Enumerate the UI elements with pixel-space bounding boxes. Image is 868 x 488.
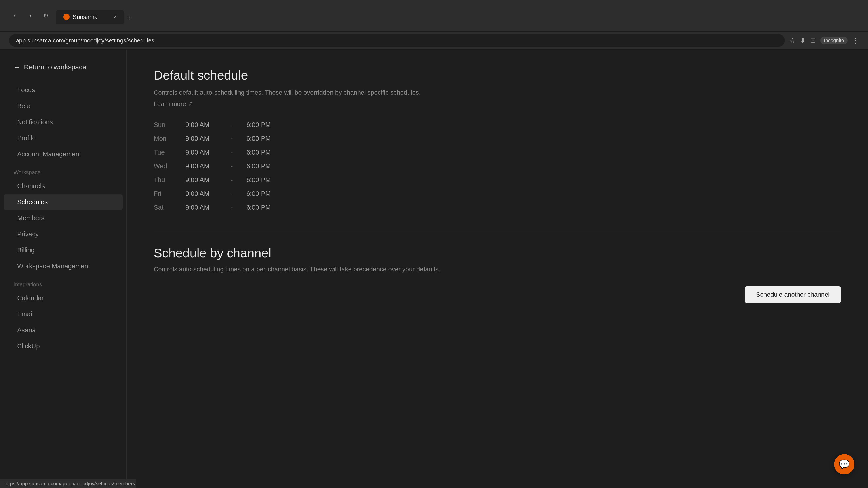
workspace-section-label: Workspace	[0, 162, 126, 178]
sidebar-item-billing[interactable]: Billing	[4, 242, 123, 258]
time-start-fri: 9:00 AM	[185, 190, 217, 197]
section-divider	[154, 232, 841, 232]
sidebar-item-channels[interactable]: Channels	[4, 178, 123, 194]
time-end-sun: 6:00 PM	[246, 121, 278, 129]
learn-more-label: Learn more	[154, 100, 186, 107]
schedule-row-wed: Wed 9:00 AM - 6:00 PM	[154, 160, 841, 172]
dash-tue: -	[230, 149, 233, 156]
time-end-wed: 6:00 PM	[246, 162, 278, 170]
schedule-row-sun: Sun 9:00 AM - 6:00 PM	[154, 119, 841, 131]
sidebar-item-privacy[interactable]: Privacy	[4, 226, 123, 242]
schedule-by-channel-section: Schedule by channel Controls auto-schedu…	[154, 246, 841, 303]
address-bar[interactable]: app.sunsama.com/group/moodjoy/settings/s…	[9, 34, 785, 47]
calendar-label: Calendar	[17, 294, 44, 302]
members-label: Members	[17, 215, 44, 222]
time-end-fri: 6:00 PM	[246, 190, 278, 197]
browser-menu-icon[interactable]: ⋮	[852, 37, 859, 44]
day-wed: Wed	[154, 162, 172, 170]
return-to-workspace[interactable]: ← Return to workspace	[0, 59, 126, 75]
day-fri: Fri	[154, 190, 172, 197]
time-end-sat: 6:00 PM	[246, 204, 278, 211]
time-end-mon: 6:00 PM	[246, 135, 278, 142]
schedule-another-channel-button[interactable]: Schedule another channel	[745, 287, 841, 303]
sidebar-item-workspace-management[interactable]: Workspace Management	[4, 258, 123, 274]
return-label: Return to workspace	[24, 63, 86, 71]
sidebar-item-beta[interactable]: Beta	[4, 98, 123, 114]
tab-close-button[interactable]: ×	[114, 14, 117, 20]
workspace-management-label: Workspace Management	[17, 263, 90, 270]
url-text: app.sunsama.com/group/moodjoy/settings/s…	[16, 37, 154, 44]
time-end-tue: 6:00 PM	[246, 149, 278, 156]
chat-icon: 💬	[839, 459, 850, 470]
schedule-row-tue: Tue 9:00 AM - 6:00 PM	[154, 147, 841, 158]
sidebar-item-profile[interactable]: Profile	[4, 130, 123, 146]
default-schedule-desc: Controls default auto-scheduling times. …	[154, 88, 841, 97]
dash-mon: -	[230, 135, 233, 142]
forward-button[interactable]: ›	[24, 10, 36, 22]
sidebar-item-email[interactable]: Email	[4, 306, 123, 322]
channel-action-row: Schedule another channel	[154, 287, 841, 303]
sidebar: ← Return to workspace Focus Beta Notific…	[0, 50, 127, 488]
sidebar-item-calendar[interactable]: Calendar	[4, 290, 123, 306]
schedule-row-thu: Thu 9:00 AM - 6:00 PM	[154, 174, 841, 186]
day-mon: Mon	[154, 135, 172, 142]
new-tab-button[interactable]: +	[124, 12, 135, 24]
main-content: Default schedule Controls default auto-s…	[127, 50, 868, 488]
account-management-label: Account Management	[17, 151, 81, 158]
sidebar-item-notifications[interactable]: Notifications	[4, 114, 123, 130]
day-thu: Thu	[154, 176, 172, 184]
extensions-icon[interactable]: ⊡	[810, 37, 816, 44]
tab-favicon	[63, 14, 70, 20]
schedules-label: Schedules	[17, 198, 48, 205]
sidebar-item-clickup[interactable]: ClickUp	[4, 338, 123, 354]
sidebar-item-schedules[interactable]: Schedules	[4, 194, 123, 210]
notifications-label: Notifications	[17, 119, 53, 126]
channels-label: Channels	[17, 182, 45, 190]
dash-wed: -	[230, 162, 233, 170]
browser-action-icons: ☆ ⬇ ⊡ Incognito ⋮	[789, 37, 859, 44]
refresh-button[interactable]: ↻	[40, 10, 52, 22]
sidebar-item-members[interactable]: Members	[4, 210, 123, 226]
active-tab[interactable]: Sunsama ×	[56, 10, 124, 24]
sidebar-item-account-management[interactable]: Account Management	[4, 147, 123, 162]
schedule-by-channel-desc: Controls auto-scheduling times on a per-…	[154, 266, 841, 273]
time-start-wed: 9:00 AM	[185, 162, 217, 170]
status-bar: https://app.sunsama.com/group/moodjoy/se…	[0, 480, 135, 488]
tab-bar: Sunsama × +	[56, 8, 135, 24]
time-start-sat: 9:00 AM	[185, 204, 217, 211]
schedule-by-channel-title: Schedule by channel	[154, 246, 841, 260]
sidebar-item-asana[interactable]: Asana	[4, 322, 123, 338]
schedule-table: Sun 9:00 AM - 6:00 PM Mon 9:00 AM - 6:00…	[154, 119, 841, 214]
time-start-sun: 9:00 AM	[185, 121, 217, 129]
day-tue: Tue	[154, 149, 172, 156]
app-container: ← Return to workspace Focus Beta Notific…	[0, 50, 868, 488]
beta-label: Beta	[17, 102, 31, 109]
default-schedule-title: Default schedule	[154, 68, 841, 83]
browser-chrome: ‹ › ↻ Sunsama × +	[0, 0, 868, 32]
address-bar-row: app.sunsama.com/group/moodjoy/settings/s…	[0, 32, 868, 50]
focus-label: Focus	[17, 86, 35, 94]
status-bar-url: https://app.sunsama.com/group/moodjoy/se…	[4, 481, 135, 486]
profile-label: Profile	[17, 134, 36, 142]
day-sun: Sun	[154, 121, 172, 129]
dash-fri: -	[230, 190, 233, 197]
chat-fab-button[interactable]: 💬	[834, 454, 855, 475]
schedule-row-fri: Fri 9:00 AM - 6:00 PM	[154, 188, 841, 200]
dash-thu: -	[230, 176, 233, 184]
download-icon[interactable]: ⬇	[800, 37, 806, 44]
back-button[interactable]: ‹	[9, 10, 21, 22]
external-link-icon: ↗	[188, 100, 193, 107]
billing-label: Billing	[17, 247, 35, 254]
dash-sun: -	[230, 121, 233, 129]
learn-more-link[interactable]: Learn more ↗	[154, 100, 841, 107]
dash-sat: -	[230, 204, 233, 211]
time-end-thu: 6:00 PM	[246, 176, 278, 184]
sidebar-item-focus[interactable]: Focus	[4, 82, 123, 98]
day-sat: Sat	[154, 204, 172, 211]
asana-label: Asana	[17, 326, 36, 334]
back-arrow-icon: ←	[13, 63, 20, 71]
browser-controls: ‹ › ↻	[9, 10, 52, 22]
time-start-mon: 9:00 AM	[185, 135, 217, 142]
bookmark-icon[interactable]: ☆	[789, 37, 796, 44]
time-start-thu: 9:00 AM	[185, 176, 217, 184]
